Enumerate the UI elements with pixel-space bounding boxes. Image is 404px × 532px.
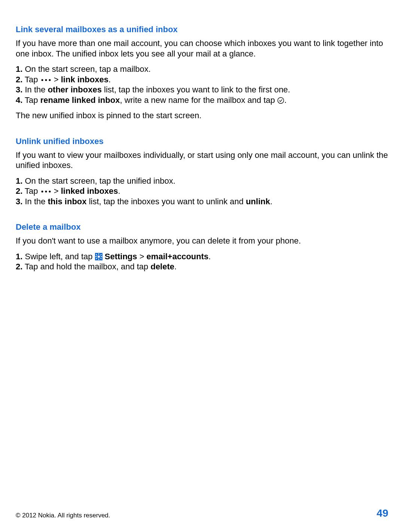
step-number: 2. bbox=[16, 186, 22, 196]
heading-delete-mailbox: Delete a mailbox bbox=[16, 222, 388, 232]
step-text: > bbox=[52, 75, 61, 84]
step-number: 2. bbox=[16, 262, 22, 271]
page-footer: © 2012 Nokia. All rights reserved. 49 bbox=[16, 507, 388, 519]
step-text: In the bbox=[22, 85, 48, 94]
svg-rect-13 bbox=[100, 258, 101, 259]
step-number: 2. bbox=[16, 75, 22, 84]
svg-point-0 bbox=[41, 79, 43, 81]
heading-unlink-inboxes: Unlink unified inboxes bbox=[16, 137, 388, 146]
step-text: > bbox=[52, 186, 61, 196]
step-number: 3. bbox=[16, 85, 22, 94]
more-icon bbox=[40, 190, 52, 193]
step-text: . bbox=[208, 252, 211, 261]
svg-point-2 bbox=[49, 79, 50, 81]
step-text: Tap bbox=[22, 95, 40, 105]
step-4: 4. Tap rename linked inbox, write a new … bbox=[16, 95, 388, 106]
step-number: 4. bbox=[16, 95, 22, 105]
more-icon bbox=[40, 78, 52, 82]
step-bold: unlink bbox=[246, 197, 270, 206]
svg-point-6 bbox=[49, 191, 50, 193]
step-bold: delete bbox=[150, 262, 174, 271]
step-number: 3. bbox=[16, 197, 22, 206]
step-1: 1. On the start screen, tap a mailbox. bbox=[16, 64, 388, 74]
document-page: Link several mailboxes as a unified inbo… bbox=[0, 0, 404, 532]
svg-rect-8 bbox=[98, 253, 99, 255]
step-text: , write a new name for the mailbox and t… bbox=[120, 95, 277, 105]
heading-link-mailboxes: Link several mailboxes as a unified inbo… bbox=[16, 25, 388, 34]
step-2: 2. Tap and hold the mailbox, and tap del… bbox=[16, 262, 388, 272]
intro-paragraph: If you have more than one mail account, … bbox=[16, 38, 388, 59]
step-text: . bbox=[284, 95, 287, 105]
step-text: On the start screen, tap a mailbox. bbox=[22, 64, 150, 74]
step-bold: linked inboxes bbox=[61, 186, 118, 196]
step-1: 1. On the start screen, tap the unified … bbox=[16, 176, 388, 186]
step-text: In the bbox=[22, 197, 48, 206]
page-number: 49 bbox=[377, 507, 388, 519]
svg-rect-12 bbox=[95, 254, 97, 256]
step-text: . bbox=[174, 262, 177, 271]
svg-rect-9 bbox=[98, 259, 99, 260]
copyright-text: © 2012 Nokia. All rights reserved. bbox=[16, 512, 110, 519]
step-text: list, tap the inboxes you want to unlink… bbox=[87, 197, 246, 206]
step-text: . bbox=[108, 75, 111, 84]
svg-point-3 bbox=[278, 98, 284, 104]
step-3: 3. In the other inboxes list, tap the in… bbox=[16, 85, 388, 95]
step-bold: email+accounts bbox=[147, 252, 209, 261]
step-text: Swipe left, and tap bbox=[22, 252, 95, 261]
step-number: 1. bbox=[16, 64, 22, 74]
svg-rect-14 bbox=[95, 258, 97, 259]
step-bold: other inboxes bbox=[48, 85, 102, 94]
svg-rect-15 bbox=[100, 254, 101, 256]
step-text: list, tap the inboxes you want to link t… bbox=[102, 85, 290, 94]
checkmark-circle-icon bbox=[277, 97, 284, 104]
step-bold: rename linked inbox bbox=[40, 95, 120, 105]
steps-list: 1. Swipe left, and tap Settings > email+… bbox=[16, 251, 388, 272]
svg-rect-11 bbox=[101, 256, 102, 257]
intro-paragraph: If you want to view your mailboxes indiv… bbox=[16, 150, 388, 171]
step-number: 1. bbox=[16, 252, 22, 261]
step-bold: this inbox bbox=[48, 197, 87, 206]
svg-point-7 bbox=[98, 256, 100, 258]
step-bold: link inboxes bbox=[61, 75, 108, 84]
svg-point-5 bbox=[45, 191, 47, 193]
intro-paragraph: If you don't want to use a mailbox anymo… bbox=[16, 236, 388, 246]
svg-point-1 bbox=[45, 79, 47, 81]
step-2: 2. Tap > link inboxes. bbox=[16, 74, 388, 85]
svg-point-4 bbox=[41, 191, 43, 193]
settings-icon bbox=[95, 253, 102, 260]
step-text: . bbox=[118, 186, 120, 196]
step-text: On the start screen, tap the unified inb… bbox=[22, 176, 175, 186]
step-1: 1. Swipe left, and tap Settings > email+… bbox=[16, 251, 388, 262]
step-text: . bbox=[270, 197, 272, 206]
step-2: 2. Tap > linked inboxes. bbox=[16, 186, 388, 196]
steps-list: 1. On the start screen, tap the unified … bbox=[16, 176, 388, 207]
svg-rect-10 bbox=[95, 256, 97, 257]
step-text: Tap bbox=[22, 186, 40, 196]
step-text: Tap and hold the mailbox, and tap bbox=[22, 262, 150, 271]
step-3: 3. In the this inbox list, tap the inbox… bbox=[16, 196, 388, 207]
outro-paragraph: The new unified inbox is pinned to the s… bbox=[16, 110, 388, 121]
step-number: 1. bbox=[16, 176, 22, 186]
steps-list: 1. On the start screen, tap a mailbox. 2… bbox=[16, 64, 388, 105]
step-text: Tap bbox=[22, 75, 40, 84]
step-bold: Settings bbox=[105, 252, 137, 261]
step-text: > bbox=[137, 252, 147, 261]
